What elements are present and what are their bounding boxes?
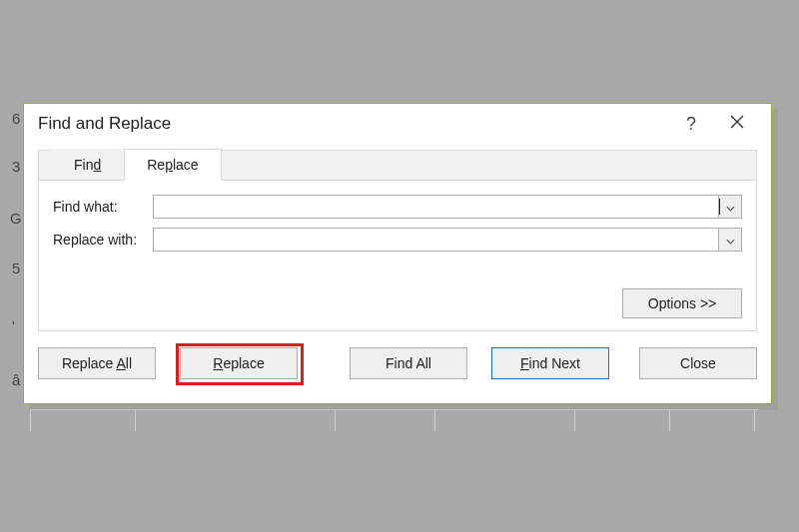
find-all-button[interactable]: Find All [350,347,467,379]
find-all-label: Find All [386,355,431,371]
bg-cell: 3 [12,158,20,175]
bg-cell: G [10,210,22,227]
chevron-down-icon [726,199,735,215]
find-what-input[interactable] [154,196,718,218]
bg-cell: ' [12,317,15,334]
close-button[interactable] [717,108,757,140]
close-dialog-button[interactable]: Close [639,347,757,379]
bg-cell: 5 [12,260,20,276]
find-next-button[interactable]: Find Next [491,347,609,379]
chevron-down-icon [726,232,735,248]
replace-with-combo[interactable] [153,228,742,252]
replace-label: Replace [213,355,264,371]
replace-with-row: Replace with: [53,228,742,252]
replace-with-label: Replace with: [53,232,153,248]
dialog-button-row: Replace All Replace Find All Find Next C… [24,331,771,379]
find-what-row: Find what: [53,195,742,219]
bg-cell: â [12,371,20,388]
replace-all-button[interactable]: Replace All [38,347,156,379]
options-button[interactable]: Options >> [622,288,742,318]
find-and-replace-dialog: Find and Replace ? Find Replace Find wha… [23,103,772,404]
tab-strip: Find Replace [38,150,757,180]
tab-replace-label: Replace [147,157,198,173]
close-icon [730,115,744,133]
replace-with-dropdown-button[interactable] [718,229,741,251]
replace-button[interactable]: Replace [180,347,298,379]
help-button[interactable]: ? [671,108,711,140]
replace-with-input[interactable] [154,229,718,251]
find-what-combo[interactable] [153,195,742,219]
find-what-dropdown-button[interactable] [718,196,741,218]
replace-all-label: Replace All [62,355,132,371]
close-label: Close [680,355,716,371]
find-what-label: Find what: [53,199,153,215]
replace-panel: Find what: Replace with: [38,180,757,331]
bg-cell: 6 [12,110,20,127]
dialog-title: Find and Replace [38,114,671,134]
tab-replace[interactable]: Replace [124,149,221,181]
options-button-label: Options >> [648,295,717,311]
titlebar: Find and Replace ? [24,104,771,144]
find-next-label: Find Next [520,355,580,371]
tab-find[interactable]: Find [51,149,124,181]
tab-find-label: Find [74,157,101,173]
